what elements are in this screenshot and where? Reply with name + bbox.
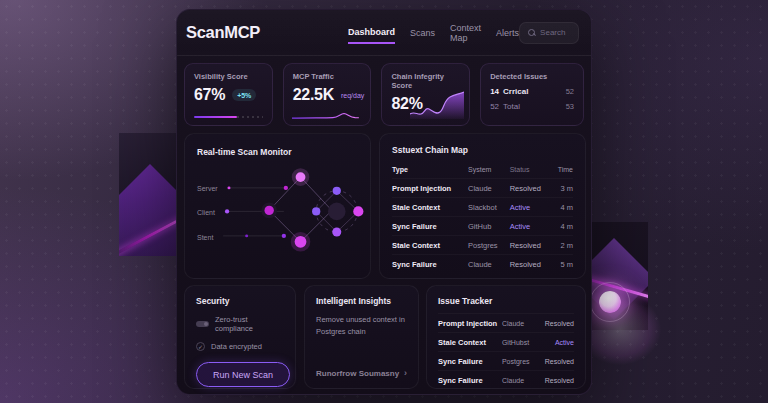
nav-tab-scans[interactable]: Scans <box>410 22 435 43</box>
stat-card-traffic: MCP Traffic 22.5K req/day <box>283 63 372 126</box>
table-row[interactable]: Sync FailureGitHub Active4 m <box>392 217 573 236</box>
security-item-label: Zero-trust compliance <box>215 315 284 333</box>
insights-card: Intelligent Insights Remove unused conte… <box>304 285 419 389</box>
app-logo: ScanMCP <box>186 23 260 42</box>
visibility-value: 67% <box>194 86 225 104</box>
col-type: Type <box>392 163 468 179</box>
table-row[interactable]: Prompt InjectionClaude Resolved3 m <box>392 179 573 198</box>
integrity-area-chart <box>410 86 464 121</box>
run-new-scan-button[interactable]: Run New Scan <box>196 362 290 387</box>
insight-action-link[interactable]: Runorfrow Soumasny › <box>316 368 407 378</box>
stat-card-visibility: Visibility Score 67% +5% <box>184 63 273 126</box>
tracker-row[interactable]: Sync FailureClaude Resolved <box>438 370 574 389</box>
stat-card-integrity: Chain Infegrity Score 82% <box>381 63 470 126</box>
security-card: Security Zero-trust compliance ✓ Data en… <box>184 285 296 389</box>
col-time: Time <box>551 163 573 179</box>
stat-title: Visibility Score <box>194 72 263 81</box>
issues-row-critical: 14 Crrical 52 <box>490 87 574 96</box>
visibility-progress-bar <box>194 116 263 118</box>
chain-map-panel: Sstuext Chain Map Type System Status Tim… <box>379 133 586 279</box>
tracker-rows: Prompt InjectionClaude Resolved Stale Co… <box>438 313 574 389</box>
search-input[interactable] <box>540 28 570 37</box>
toggle-icon <box>196 321 209 327</box>
search-icon <box>528 29 535 36</box>
stat-card-issues: Detected Issues 14 Crrical 52 52 Total 5… <box>480 63 584 126</box>
header: ScanMCP Dashboard Scans Context Map Aler… <box>177 10 591 56</box>
tracker-row[interactable]: Prompt InjectionClaude Resolved <box>438 313 574 332</box>
background-panel-left <box>119 133 176 256</box>
stat-title: Detected Issues <box>490 72 574 81</box>
card-title: Issue Tracker <box>438 296 574 306</box>
table-row[interactable]: Sync FailureClaude Resolved5 m <box>392 255 573 274</box>
security-item-encrypted: ✓ Data encrypted <box>196 342 284 351</box>
issues-row-total: 52 Total 53 <box>490 102 574 111</box>
col-status: Status <box>510 163 552 179</box>
traffic-sparkline <box>292 107 359 120</box>
dashboard-window: ScanMCP Dashboard Scans Context Map Aler… <box>176 9 592 395</box>
main-nav: Dashboard Scans Context Map Alerts <box>348 17 519 48</box>
network-diagram <box>185 134 370 278</box>
pyramid-shape <box>119 164 176 256</box>
card-title: Security <box>196 296 284 306</box>
nav-tab-alerts[interactable]: Alerts <box>496 22 519 43</box>
tracker-row[interactable]: Stale ContextGitHubst Active <box>438 332 574 351</box>
trend-badge: +5% <box>232 89 256 101</box>
chain-map-table: Type System Status Time Prompt Injection… <box>392 163 573 273</box>
check-icon: ✓ <box>196 342 205 351</box>
traffic-unit: req/day <box>341 92 364 99</box>
tracker-row[interactable]: Sync FailurePostgres Resolved <box>438 351 574 370</box>
search-box[interactable] <box>519 22 579 44</box>
insight-action-label: Runorfrow Soumasny <box>316 369 399 378</box>
background-panel-right <box>583 222 648 330</box>
chevron-right-icon: › <box>404 368 407 378</box>
table-row[interactable]: Stale ContextPostgres Resolved2 m <box>392 236 573 255</box>
nav-tab-context-map[interactable]: Context Map <box>450 17 481 48</box>
nav-tab-dashboard[interactable]: Dashboard <box>348 21 395 44</box>
panel-title: Sstuext Chain Map <box>392 145 573 155</box>
glowing-orb <box>599 291 621 313</box>
col-system: System <box>468 163 510 179</box>
card-title: Intelligent Insights <box>316 296 407 306</box>
insight-text: Remove unused context in Postgres chain <box>316 314 407 337</box>
security-item-label: Data encrypted <box>211 342 262 351</box>
stats-row: Visibility Score 67% +5% MCP Traffic 22.… <box>184 63 584 126</box>
scan-monitor-panel: Real-time Scan Monitor Server Client Ste… <box>184 133 371 279</box>
traffic-value: 22.5K <box>293 86 334 104</box>
table-row[interactable]: Stale ContextSlackbot Active4 m <box>392 198 573 217</box>
issue-tracker-card: Issue Tracker Prompt InjectionClaude Res… <box>426 285 586 389</box>
stat-title: MCP Traffic <box>293 72 362 81</box>
security-item-zero-trust: Zero-trust compliance <box>196 315 284 333</box>
